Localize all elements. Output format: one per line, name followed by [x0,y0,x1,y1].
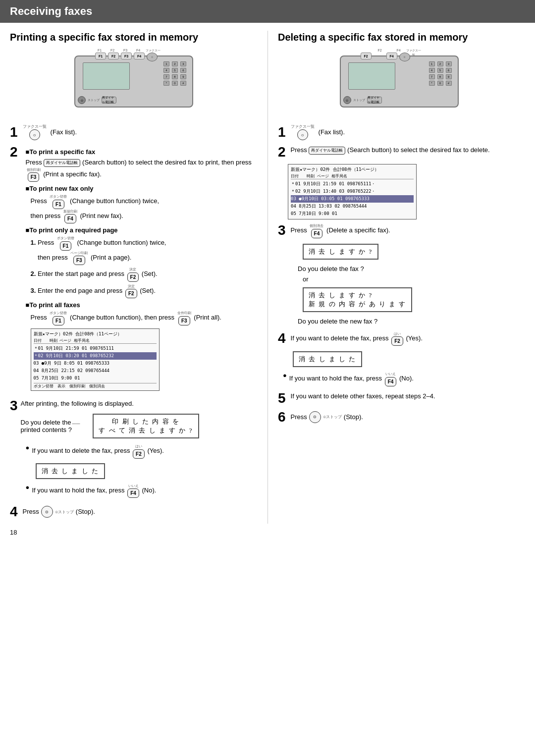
left-f4-no: F4 [127,488,139,498]
right-fax-row-3: 03 ●9月10日 03:05 01 098765333 [291,195,414,203]
right-step3-number: 3 [278,223,286,237]
right-step3: 3 Press 個別消去 F4 (Delete a specific fax).… [278,223,525,326]
right-deleted-box: 消 去 し ま し た [293,351,362,367]
left-step3-confirm: 印 刷 し た 内 容 を す べ て 消 去 し ま す か ? [93,414,199,438]
sub-print-all-title: ■To print all faxes [26,301,263,309]
right-stop-label: ⊙ストップ [323,414,342,420]
left-step1: 1 ファクス一覧 ○ (Fax list). [10,124,263,140]
right-confirm-box1: 消 去 し ま す か ? [303,244,378,260]
right-step2: 2 Press 再ダイヤル電話帳 (Search button) to sele… [278,145,525,159]
device-stop-btn: ⊙ [78,96,86,104]
right-section-title: Deleting a specific fax stored in memory [278,31,525,44]
left-step3: 3 After printing, the following is displ… [10,399,263,500]
fax-list-col-header: 日付 時刻 ページ 相手局名 [34,338,157,344]
right-step6-number: 6 [278,410,286,424]
right-device-stop-btn: ⊙ [343,96,351,104]
right-step5-text: If you want to delete other faxes, repea… [291,391,435,401]
device-f2-btn: F2 [108,53,119,59]
right-stop-btn: ⊙ [309,411,321,423]
fax-row-3: 03 ●9月 9日 8:05 01 098765333 [34,360,157,367]
left-section-title: Printing a specific fax stored in memory [10,31,263,44]
right-step1-faxlist-btn: ○ [297,129,308,140]
f3-key: F3 [28,172,40,182]
sub-print-specific-title: ■To print a specific fax [26,148,263,156]
page-header: Receiving faxes [0,0,535,23]
sub2-f1-key: F1 [60,241,72,251]
left-step2-text3: (Print a specific fax). [43,170,102,178]
right-search-btn: 再ダイヤル電話帳 [309,147,345,155]
right-step1: 1 ファクス一覧 ○ (Fax list). [278,124,525,140]
sub3-f3-key: F3 [178,316,190,325]
right-column: Deleting a specific fax stored in memory… [268,31,530,524]
right-step2-number: 2 [278,145,286,159]
right-step4-number: 4 [278,331,286,345]
fax-list-header-row: 新規★マーク）02件 合計08件（11ページ） [34,330,157,338]
sub-print-page: ■To print only a required page 1. Press … [26,226,263,298]
sub-print-specific: ■To print a specific fax Press 再ダイヤル電話帳 … [26,148,263,182]
sub-print-new: ■To print new fax only Press ボタン切替 F1 (C… [26,185,263,223]
right-step1-label: ファクス一覧 [291,124,315,129]
right-fax-row-4: 04 8月25日 13:03 02 098765444 [291,203,414,210]
sub-print-new-title: ■To print new fax only [26,185,263,192]
left-step4-number: 4 [10,505,18,519]
right-device-f4-btn: F4 [386,53,397,59]
device-f1-btn: F1 [95,53,106,59]
right-fax-row-2: ＊02 9月10日 13:40 03 098765222・ [291,188,414,195]
right-step6: 6 Press ⊙ ⊙ストップ (Stop). [278,410,525,424]
search-button-left: 再ダイヤル電話帳 [44,159,80,167]
left-step2: 2 ■To print a specific fax Press 再ダイヤル電話… [10,145,263,394]
right-step4: 4 If you want to delete the fax, press は… [278,331,525,386]
left-column: Printing a specific fax stored in memory… [5,31,268,524]
device-f3-btn: F3 [121,53,132,59]
right-or-text: or [303,275,525,283]
right-fax-row-1: ＊01 9月10日 21:59 01 098765111・ [291,180,414,188]
right-step4-bullet: ● If you want to hold the fax, press いいえ… [283,372,525,386]
fax-list-footer: ボタン切替 表示 個別印刷 個別消去 [34,383,157,389]
f3-btn-wrap: 個別印刷 F3 [27,167,41,182]
sub-print-all: ■To print all faxes Press ボタン切替 F1 (Chan… [26,301,263,325]
left-step3-text: After printing, the following is display… [21,400,134,407]
sub2-f2-key-set: F2 [127,272,139,282]
right-device-faxlist-btn: ○ [399,53,410,61]
left-step1-label-above: ファクス一覧 [23,124,47,129]
left-step3-prompt: Do you delete the—— printed contents ? [21,419,80,433]
right-fax-list-display: 新規★マーク）02件 合計08件（11ページ） 日付 時刻 ページ 相手局名 ＊… [288,164,417,219]
left-step2-text2: (Search button) to select the desired fa… [82,159,252,166]
confirm-jp2: す べ て 消 去 し ま す か ? [99,426,193,435]
device-f4-btn: F4 [134,53,145,59]
left-stop-btn: ⊙ [41,506,53,518]
page-title: Receiving faxes [10,5,92,17]
sub1-press: Press [31,197,47,205]
sub2-f3-key: F3 [73,256,85,265]
right-device-screen [348,62,395,90]
right-fax-col-header: 日付 時刻 ページ 相手局名 [291,173,414,179]
left-step2-press: Press [26,159,42,166]
fax-row-1: ＊01 9月10日 21:59 01 098765111 [34,345,157,352]
page-number: 18 [0,524,535,541]
left-step3-bullet2: ● If you want to hold the fax, press いいえ… [26,484,263,498]
fax-row-2: ＊02 9月10日 03:20 01 098765232 [34,352,157,360]
right-f2-yes: F2 [391,336,403,346]
right-step5: 5 If you want to delete other faxes, rep… [278,391,525,405]
right-confirm-box2: 消 去 し ま す か ? 新 規 の 内 容 が あ り ま す [303,287,412,312]
left-deleted-box: 消 去 し ま し た [36,463,105,479]
confirm-jp1: 印 刷 し た 内 容 を [99,417,193,426]
right-f4-no: F4 [385,377,397,386]
left-step4-text: (Stop). [76,507,95,517]
right-step1-text: (Fax list). [319,127,345,137]
left-step1-text: (Fax list). [51,127,77,137]
sub2-item1: 1. Press ボタン切替 F1 (Change button functio… [31,236,263,265]
sub2-item2: 2. Enter the start page and press 決定 F2 … [31,267,263,282]
sub-print-page-title: ■To print only a required page [26,226,263,234]
left-step1-number: 1 [10,125,18,139]
left-stop-label: ⊙ストップ [55,509,74,515]
right-f4-del: F4 [311,229,323,238]
left-step4: 4 Press ⊙ ⊙ストップ (Stop). [10,505,263,519]
left-step1-faxlist-btn: ○ [29,129,40,140]
left-step2-number: 2 [10,145,18,159]
right-fax-header: 新規★マーク）02件 合計08件（11ページ） [291,166,414,173]
sub1-f4-key: F4 [64,214,76,223]
right-prompt1: Do you delete the fax ? [298,264,525,274]
sub2-item3: 3. Enter the end page and press 決定 F2 (S… [31,284,263,299]
left-step4-press: Press [23,507,39,517]
